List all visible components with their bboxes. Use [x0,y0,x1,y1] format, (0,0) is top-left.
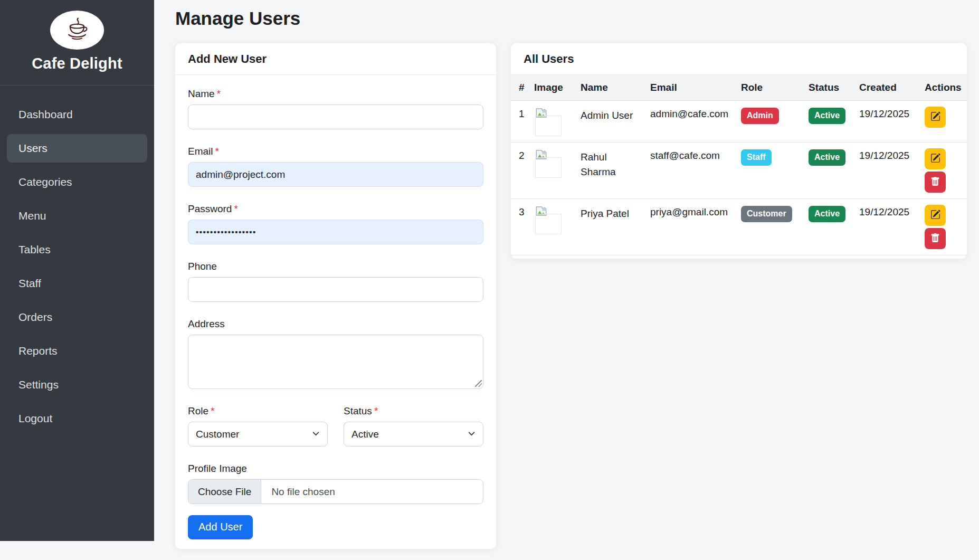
name-label: Name* [188,88,483,100]
required-asterisk: * [215,146,219,157]
sidebar: Cafe Delight Dashboard Users Categories … [0,0,154,541]
role-badge: Customer [741,206,792,222]
email-label: Email* [188,146,483,157]
broken-image-icon [534,107,564,136]
email-field-group: Email* [188,146,483,187]
status-field-group: Status* Active [344,405,483,447]
address-field-group: Address [188,318,483,389]
add-user-card: Add New User Name* Email* Password* Phon… [175,43,496,549]
col-header-role: Role [737,75,804,101]
profile-image-field-group: Profile Image Choose File No file chosen [188,463,483,504]
all-users-card: All Users # Image Name Email Role Status… [511,43,967,259]
user-name: Rahul Sharma [576,143,646,199]
status-select[interactable]: Active [344,422,483,447]
created-date: 19/12/2025 [855,143,920,199]
all-users-card-title: All Users [511,43,967,75]
phone-label: Phone [188,261,483,272]
sidebar-item-settings[interactable]: Settings [7,371,147,399]
brand-name: Cafe Delight [0,55,154,72]
resize-grip-icon[interactable] [475,380,482,387]
brand-logo [50,11,104,50]
chevron-down-icon [312,429,320,440]
table-row: 2 Rahul Sharma [511,143,967,199]
col-header-name: Name [576,75,646,101]
broken-image-icon [534,205,564,234]
name-input[interactable] [188,105,483,129]
user-name: Admin User [576,101,646,143]
created-date: 19/12/2025 [855,199,920,255]
sidebar-item-tables[interactable]: Tables [7,235,147,264]
edit-user-button[interactable] [925,107,946,128]
sidebar-item-staff[interactable]: Staff [7,269,147,298]
main-content: Manage Users Add New User Name* Email* P… [154,0,979,549]
profile-image-label: Profile Image [188,463,483,474]
password-input[interactable] [188,220,483,244]
required-asterisk: * [217,88,221,99]
status-selected-value: Active [351,429,379,440]
status-label: Status* [344,405,483,417]
edit-user-button[interactable] [925,148,946,169]
delete-user-button[interactable] [925,172,946,193]
choose-file-button[interactable]: Choose File [188,480,261,504]
sidebar-item-menu[interactable]: Menu [7,202,147,230]
sidebar-item-users[interactable]: Users [7,134,147,163]
col-header-image: Image [530,75,576,101]
page-title: Manage Users [175,8,967,29]
sidebar-item-categories[interactable]: Categories [7,168,147,196]
add-user-button[interactable]: Add User [188,515,253,539]
required-asterisk: * [374,405,378,416]
phone-input[interactable] [188,277,483,302]
col-header-num: # [511,75,530,101]
table-header-row: # Image Name Email Role Status Created A… [511,75,967,101]
password-field-group: Password* [188,203,483,244]
add-user-card-title: Add New User [175,43,496,75]
sidebar-item-reports[interactable]: Reports [7,337,147,365]
role-badge: Staff [741,149,772,166]
status-badge: Active [809,108,845,124]
created-date: 19/12/2025 [855,101,920,143]
coffee-cup-icon [61,16,93,44]
status-badge: Active [809,149,845,166]
table-row: 1 Admin User [511,101,967,143]
row-number: 3 [511,199,530,255]
role-label: Role* [188,405,328,417]
status-badge: Active [809,206,845,222]
role-select[interactable]: Customer [188,422,328,447]
sidebar-nav: Dashboard Users Categories Menu Tables S… [0,86,154,433]
delete-user-button[interactable] [925,228,946,249]
chevron-down-icon [468,429,476,440]
file-chosen-text: No file chosen [261,480,345,504]
pencil-square-icon [930,111,940,123]
pencil-square-icon [930,153,940,165]
required-asterisk: * [234,203,237,214]
trash-icon [930,233,940,244]
broken-image-icon [534,148,564,178]
col-header-status: Status [804,75,855,101]
sidebar-item-orders[interactable]: Orders [7,303,147,331]
table-row: 3 Priya Patel [511,199,967,255]
col-header-email: Email [646,75,737,101]
pencil-square-icon [930,210,940,221]
row-number: 2 [511,143,530,199]
col-header-actions: Actions [920,75,967,101]
address-textarea[interactable] [188,335,483,389]
sidebar-item-logout[interactable]: Logout [7,404,147,433]
profile-image-file-input[interactable]: Choose File No file chosen [188,479,483,504]
phone-field-group: Phone [188,261,483,302]
user-email: admin@cafe.com [646,101,737,143]
user-email: priya@gmail.com [646,199,737,255]
name-field-group: Name* [188,88,483,129]
sidebar-item-dashboard[interactable]: Dashboard [7,100,147,129]
role-badge: Admin [741,108,779,124]
col-header-created: Created [855,75,920,101]
role-selected-value: Customer [196,429,239,440]
users-table: # Image Name Email Role Status Created A… [511,75,967,255]
password-label: Password* [188,203,483,215]
row-number: 1 [511,101,530,143]
required-asterisk: * [211,405,214,416]
user-name: Priya Patel [576,199,646,255]
user-email: staff@cafe.com [646,143,737,199]
trash-icon [930,177,940,188]
email-input[interactable] [188,162,483,187]
edit-user-button[interactable] [925,205,946,226]
